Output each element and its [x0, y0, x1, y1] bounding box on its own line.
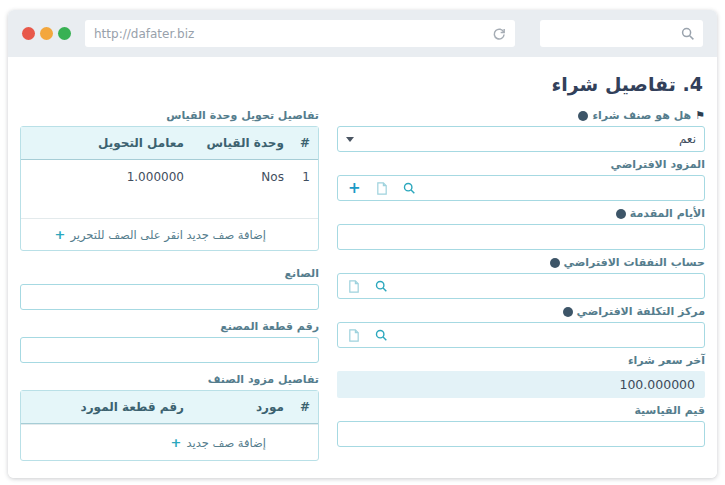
label-text: هل هو صنف شراء — [592, 109, 691, 122]
field-default-cost-center: مركز التكلفة الافتراضي — [337, 305, 705, 348]
file-icon[interactable] — [376, 182, 388, 195]
lead-time-days-label: الأيام المقدمة — [337, 207, 705, 220]
table-row[interactable]: 1 Nos 1.000000 — [21, 160, 318, 218]
field-manufacturer-part-no: رقم قطعة المصنع — [20, 320, 319, 363]
label-text: حساب النفقات الافتراضي — [564, 256, 705, 269]
standard-values-input[interactable] — [337, 421, 705, 447]
uom-conversion-table: # وحدة القياس معامل التحويل 1 Nos 1.0000… — [20, 126, 319, 251]
standard-values-label: قيم القياسية — [337, 404, 705, 417]
lead-time-days-input[interactable] — [337, 224, 705, 250]
column-header-conversion-factor: معامل التحويل — [21, 127, 192, 160]
column-header-index: # — [292, 391, 318, 424]
file-icon[interactable] — [348, 329, 360, 342]
is-purchase-item-select[interactable]: نعم — [337, 126, 705, 152]
add-row-button[interactable]: إضافة صف جديد + — [29, 435, 266, 450]
default-supplier-label: المزود الافتراضي — [337, 158, 705, 171]
search-icon[interactable] — [375, 329, 388, 342]
row-index: 1 — [292, 160, 318, 218]
file-icon[interactable] — [348, 280, 360, 293]
window-controls — [22, 27, 71, 40]
plus-icon: + — [171, 435, 182, 450]
info-icon[interactable] — [563, 307, 573, 317]
column-header-index: # — [292, 127, 318, 160]
uom-conversion-section-label: تفاصيل تحويل وحدة القياس — [20, 109, 319, 122]
field-default-supplier: المزود الافتراضي + — [337, 158, 705, 201]
default-expense-account-input[interactable] — [337, 273, 705, 299]
close-window-button[interactable] — [22, 27, 35, 40]
table-header-row: # وحدة القياس معامل التحويل — [21, 127, 318, 160]
info-icon[interactable] — [578, 111, 588, 121]
table-footer-row: إضافة صف جديد + — [21, 424, 318, 460]
row-conversion-factor: 1.000000 — [21, 160, 192, 218]
add-row-button[interactable]: إضافة صف جديد انقر على الصف للتحرير + — [29, 227, 266, 242]
search-icon[interactable] — [681, 27, 695, 41]
url-text[interactable]: http://dafater.biz — [94, 27, 492, 41]
field-lead-time-days: الأيام المقدمة — [337, 207, 705, 250]
add-new-icon[interactable]: + — [348, 181, 361, 196]
browser-chrome: http://dafater.biz — [8, 10, 717, 57]
table-header-row: # مورد رقم قطعة المورد — [21, 391, 318, 424]
supplier-details-table: # مورد رقم قطعة المورد إضافة صف جديد + — [20, 390, 319, 461]
field-last-purchase-rate: آخر سعر شراء 100.000000 — [337, 354, 705, 398]
field-manufacturer: الصانع — [20, 267, 319, 310]
manufacturer-part-no-label: رقم قطعة المصنع — [20, 320, 319, 333]
address-bar[interactable]: http://dafater.biz — [85, 20, 515, 47]
search-icon[interactable] — [403, 182, 416, 195]
details-tables-column: تفاصيل تحويل وحدة القياس # وحدة القياس م… — [20, 109, 319, 461]
label-text: تفاصيل تحويل وحدة القياس — [166, 109, 319, 122]
info-icon[interactable] — [616, 209, 626, 219]
browser-search-input[interactable] — [540, 20, 703, 47]
table-footer-row: إضافة صف جديد انقر على الصف للتحرير + — [21, 218, 318, 250]
search-icon[interactable] — [375, 280, 388, 293]
manufacturer-part-no-input[interactable] — [20, 337, 319, 363]
label-text: رقم قطعة المصنع — [220, 320, 319, 333]
field-standard-values: قيم القياسية — [337, 404, 705, 447]
label-text: آخر سعر شراء — [628, 354, 705, 367]
last-purchase-rate-label: آخر سعر شراء — [337, 354, 705, 367]
column-header-supplier: مورد — [192, 391, 292, 424]
page-title: 4. تفاصيل شراء — [20, 73, 703, 95]
maximize-window-button[interactable] — [58, 27, 71, 40]
column-header-uom: وحدة القياس — [192, 127, 292, 160]
label-text: قيم القياسية — [634, 404, 705, 417]
supplier-section-label: تفاصيل مزود الصنف — [20, 373, 319, 386]
purchase-details-column: ⚑ هل هو صنف شراء نعم المزود الافتراضي + — [337, 109, 705, 453]
info-icon[interactable] — [550, 258, 560, 268]
last-purchase-rate-value: 100.000000 — [337, 371, 705, 398]
minimize-window-button[interactable] — [40, 27, 53, 40]
default-cost-center-label: مركز التكلفة الافتراضي — [337, 305, 705, 318]
label-text: الصانع — [284, 267, 319, 280]
row-uom: Nos — [192, 160, 292, 218]
browser-window: http://dafater.biz 4. تفاصيل شراء — [8, 10, 717, 478]
field-is-purchase-item: ⚑ هل هو صنف شراء نعم — [337, 109, 705, 152]
add-row-label: إضافة صف جديد — [187, 436, 267, 450]
refresh-icon[interactable] — [492, 27, 506, 41]
label-text: مركز التكلفة الافتراضي — [577, 305, 705, 318]
chevron-down-icon — [346, 137, 354, 142]
field-default-expense-account: حساب النفقات الافتراضي — [337, 256, 705, 299]
add-row-label: إضافة صف جديد انقر على الصف للتحرير — [70, 228, 266, 242]
plus-icon: + — [54, 227, 65, 242]
selected-value: نعم — [679, 132, 696, 146]
flag-icon: ⚑ — [695, 110, 705, 121]
default-supplier-input[interactable]: + — [337, 175, 705, 201]
label-text: الأيام المقدمة — [630, 207, 705, 220]
default-expense-account-label: حساب النفقات الافتراضي — [337, 256, 705, 269]
page-content: 4. تفاصيل شراء ⚑ هل هو صنف شراء نعم — [8, 57, 717, 478]
is-purchase-item-label: ⚑ هل هو صنف شراء — [337, 109, 705, 122]
column-header-supplier-part-no: رقم قطعة المورد — [21, 391, 192, 424]
manufacturer-input[interactable] — [20, 284, 319, 310]
label-text: تفاصيل مزود الصنف — [208, 373, 319, 386]
default-cost-center-input[interactable] — [337, 322, 705, 348]
manufacturer-label: الصانع — [20, 267, 319, 280]
label-text: المزود الافتراضي — [611, 158, 705, 171]
